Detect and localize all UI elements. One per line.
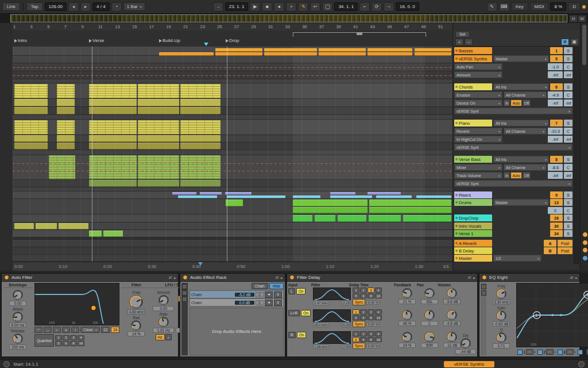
track-dropdown[interactable]: Device On▾ — [454, 99, 502, 106]
eq-freq-value[interactable]: 3.30 kHz — [493, 300, 510, 305]
clip[interactable] — [315, 215, 335, 222]
pan-display[interactable]: C — [564, 207, 572, 214]
play-button[interactable]: ▶ — [250, 2, 260, 12]
chain-row[interactable]: Chain0.0 dBC◄S — [189, 298, 284, 306]
loop-brace[interactable] — [293, 32, 426, 37]
pan-value[interactable]: C — [421, 321, 438, 326]
pan-display[interactable]: C — [564, 63, 572, 70]
pan-display[interactable]: -inf — [564, 71, 572, 78]
device-activator[interactable] — [482, 275, 487, 280]
scrollbar-thumb[interactable] — [582, 25, 586, 65]
beat-division-button[interactable]: 4 — [78, 335, 84, 340]
chain-row[interactable]: Chain-5.2 dBC◄S — [189, 290, 284, 298]
device-title-bar[interactable]: Audio Effect Rack ⇄▴ — [180, 274, 285, 282]
solo-button[interactable]: S — [564, 47, 572, 54]
clip[interactable] — [14, 107, 48, 114]
track-dropdown[interactable]: Master▾ — [493, 55, 549, 62]
pan-display[interactable]: -inf — [564, 172, 572, 179]
set-button[interactable]: Set — [455, 31, 470, 37]
devices-view-icon[interactable] — [182, 297, 187, 302]
beat-division-button[interactable]: 16 — [375, 337, 382, 342]
lfo-amount-knob[interactable] — [158, 295, 169, 305]
device-title-bar[interactable]: Filter Delay ⇄▴ — [287, 274, 477, 282]
filter-q-value[interactable]: 2.50 — [342, 344, 351, 349]
feedback-value[interactable]: 24 % — [399, 343, 416, 348]
eq-band-toggle[interactable]: 2◠▾ — [537, 349, 555, 355]
monitor-auto-button[interactable]: Auto — [510, 99, 521, 106]
track-name[interactable]: DropChop — [454, 214, 492, 221]
device-auto-filter[interactable]: Auto Filter ⇄▴ Envelope 0.00 Attack 6.00… — [1, 273, 179, 357]
chain-list-view-icon[interactable] — [182, 290, 187, 296]
clip[interactable] — [57, 120, 75, 135]
clip[interactable] — [14, 135, 48, 142]
eq-freq-knob[interactable] — [496, 289, 506, 299]
eq-band-toggle[interactable]: 3◠▾ — [558, 349, 575, 355]
clip[interactable] — [369, 207, 451, 213]
clip[interactable] — [138, 180, 179, 187]
device-audio-effect-rack[interactable]: Audio Effect Rack ⇄▴ Chain Hide Chain-5.… — [180, 273, 285, 357]
track-name[interactable]: Verse Bass — [454, 156, 492, 163]
track-name[interactable]: Risers — [454, 191, 492, 198]
time-ruler[interactable]: 1/1 0:000:100:200:300:400:501:001:101:20… — [13, 262, 452, 271]
channel-on-button[interactable]: On — [296, 288, 306, 294]
clip[interactable] — [159, 52, 214, 56]
locator-marker[interactable]: Verse — [89, 38, 104, 43]
track-dropdown[interactable]: Erosion▾ — [454, 91, 502, 98]
volume-display[interactable]: -inf — [548, 99, 563, 106]
beat-division-button[interactable]: 1 — [353, 309, 359, 315]
punch-out-button[interactable]: ¬ — [384, 2, 394, 12]
beat-division-button[interactable]: 16 — [375, 315, 382, 320]
clip[interactable] — [89, 84, 137, 98]
filter-handle[interactable] — [91, 305, 96, 310]
draw-mode-button[interactable]: ✎ — [487, 2, 497, 12]
metronome-icon[interactable]: ◔ — [111, 2, 122, 12]
filter-freq-knob[interactable] — [129, 295, 143, 309]
volume-display[interactable]: -8.6 — [548, 164, 563, 171]
beat-division-button[interactable]: 16 — [375, 293, 382, 298]
pan-knob[interactable] — [424, 288, 435, 298]
arrangement-lanes[interactable] — [13, 47, 452, 262]
monitor-in-button[interactable]: In — [504, 172, 510, 179]
scrub-marker[interactable] — [204, 43, 208, 46]
monitor-in-button[interactable]: In — [504, 99, 510, 106]
solo-button[interactable]: S — [564, 83, 572, 90]
beat-division-button[interactable]: 8 — [368, 337, 374, 342]
beat-division-button[interactable]: 4 — [375, 331, 382, 336]
filter-freq-value[interactable]: 1.69 kHz — [313, 344, 329, 349]
clip[interactable] — [264, 48, 317, 52]
track-dropdown[interactable]: Track Volume▾ — [454, 172, 502, 179]
feedback-value[interactable]: 21 % — [399, 299, 416, 304]
solo-button[interactable]: S — [564, 120, 572, 126]
fold-device-icon[interactable]: ▴ — [173, 275, 176, 280]
sync-button[interactable]: Sync — [353, 343, 365, 349]
add-locator-button[interactable]: + — [455, 39, 463, 45]
beat-division-button[interactable]: 8 — [70, 341, 77, 346]
clip[interactable] — [57, 135, 75, 142]
clip[interactable] — [138, 120, 179, 135]
track-dropdown[interactable]: All Ins▾ — [493, 156, 549, 163]
volume-display[interactable]: 0 — [548, 207, 563, 214]
clip[interactable] — [227, 195, 285, 198]
slope-24-button[interactable]: 24 — [111, 327, 119, 333]
key-map-button[interactable]: Key — [511, 2, 528, 11]
overdub-button[interactable]: + — [286, 2, 296, 12]
link-button[interactable]: Link — [2, 2, 20, 11]
beat-division-button[interactable]: 1 — [353, 331, 359, 336]
delay-offset-value[interactable]: 0.00 % — [366, 344, 380, 348]
filter-freq-value[interactable]: 18.0 kHz — [313, 323, 329, 327]
sync-button[interactable]: Sync — [353, 299, 365, 305]
clip[interactable] — [338, 215, 366, 222]
beat-division-button[interactable]: 8 — [368, 293, 374, 298]
clip[interactable] — [138, 99, 179, 106]
pan-value[interactable]: 50R — [421, 343, 438, 348]
notch-filter-icon[interactable]: ∪ — [62, 327, 70, 333]
volume-value[interactable]: -4.5 dB — [443, 321, 461, 326]
input-lr-button[interactable]: L+R — [288, 310, 300, 316]
hotswap-icon[interactable]: ⇄ — [468, 275, 471, 280]
clip[interactable] — [57, 84, 75, 98]
beat-division-button[interactable]: 3 — [368, 288, 374, 293]
feedback-knob[interactable] — [402, 288, 412, 298]
clip[interactable] — [89, 143, 137, 150]
punch-in-button[interactable]: ⌐ — [359, 2, 370, 12]
clip[interactable] — [180, 84, 220, 98]
